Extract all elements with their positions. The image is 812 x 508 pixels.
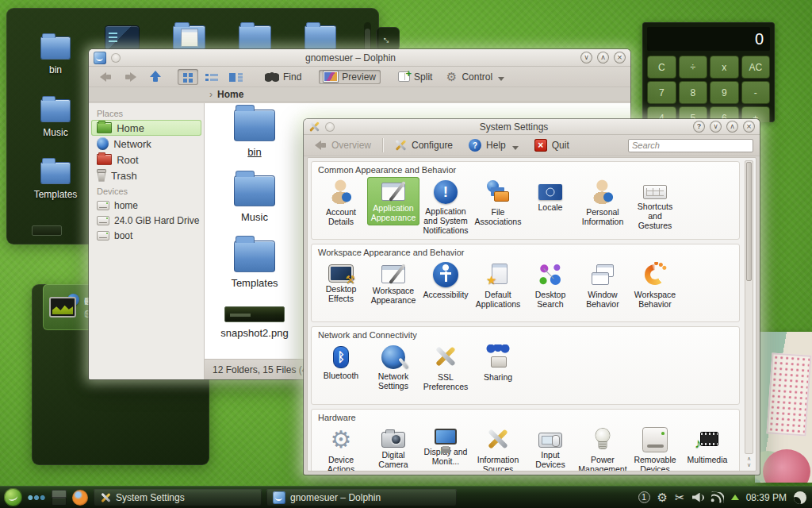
desktop-icon[interactable]: Music xyxy=(25,99,86,138)
file-item[interactable]: snapshot2.png xyxy=(211,306,298,339)
settings-tile[interactable]: Desktop Search xyxy=(524,260,576,312)
network-icon[interactable] xyxy=(710,491,724,503)
settings-tile[interactable]: Account Details xyxy=(315,177,367,229)
details-view-button[interactable] xyxy=(201,69,222,85)
close-button[interactable] xyxy=(614,52,626,64)
settings-tile[interactable]: Shortcuts and Gestures xyxy=(629,177,681,233)
minimize-button[interactable] xyxy=(580,52,592,64)
settings-tile[interactable]: File Associations xyxy=(472,177,524,229)
settings-tile[interactable]: Multimedia xyxy=(681,425,733,468)
calculator-key[interactable]: 9 xyxy=(710,81,739,104)
minimize-button[interactable] xyxy=(710,121,722,133)
clock[interactable]: 08:39 PM xyxy=(746,492,787,503)
settings-tile[interactable]: Network Settings xyxy=(367,342,419,394)
scrollbar-arrows[interactable]: ∧∨ xyxy=(745,456,753,468)
settings-tile[interactable]: Bluetooth xyxy=(315,342,367,383)
settings-tile[interactable]: Sharing xyxy=(472,342,524,385)
back-button[interactable] xyxy=(95,71,117,83)
forward-button[interactable] xyxy=(120,71,141,83)
compact-view-button[interactable] xyxy=(225,69,246,85)
find-button[interactable]: Find xyxy=(260,70,306,84)
klipper-scissors-icon[interactable]: ✂ xyxy=(675,491,685,503)
settings-tile[interactable]: Application Appearance xyxy=(367,177,419,225)
dolphin-titlebar[interactable]: gnomesuer – Dolphin xyxy=(89,49,630,67)
settings-tile[interactable]: Information Sources xyxy=(472,425,524,471)
folder-docs-icon[interactable] xyxy=(173,25,205,50)
places-item[interactable]: Root xyxy=(89,152,204,167)
device-item[interactable]: boot xyxy=(89,228,204,243)
application-launcher-button[interactable] xyxy=(4,488,22,506)
settings-tile[interactable]: Digital Camera xyxy=(367,425,419,471)
settings-tile[interactable]: Device Actions xyxy=(315,425,367,471)
file-item[interactable]: Templates xyxy=(211,241,298,289)
dolphin-app-icon[interactable] xyxy=(94,52,106,64)
task-button[interactable]: gnomesuer – Dolphin xyxy=(266,489,457,506)
settings-tile[interactable]: SSL Preferences xyxy=(419,342,472,394)
titlebar-pin-button[interactable] xyxy=(111,53,121,63)
settings-tile[interactable]: Desktop Effects xyxy=(315,260,367,306)
system-settings-titlebar[interactable]: System Settings xyxy=(304,119,760,135)
settings-tile[interactable]: Display and Monit... xyxy=(419,425,472,469)
folder-view-resize-handle[interactable] xyxy=(376,27,400,51)
settings-tile[interactable]: Default Applications xyxy=(472,260,524,312)
calculator-key[interactable]: - xyxy=(741,81,771,104)
scrollbar[interactable] xyxy=(745,160,753,454)
search-input[interactable] xyxy=(628,139,753,152)
system-settings-app-icon[interactable] xyxy=(308,121,320,133)
folder-icon[interactable] xyxy=(239,25,271,50)
calculator-key[interactable]: 7 xyxy=(647,81,676,104)
settings-tile[interactable]: Input Devices xyxy=(524,425,576,471)
settings-tile[interactable]: Locale xyxy=(524,177,576,215)
tray-expand-icon[interactable] xyxy=(731,495,739,500)
maximize-button[interactable] xyxy=(726,121,738,133)
desktop-icon[interactable]: Templates xyxy=(25,162,86,201)
settings-tile[interactable]: Workspace Behavior xyxy=(629,260,681,312)
icons-view-button[interactable] xyxy=(178,69,198,85)
preview-button[interactable]: Preview xyxy=(319,70,381,84)
configure-button[interactable]: Configure xyxy=(389,137,458,153)
notification-badge[interactable]: 1 xyxy=(638,491,650,503)
settings-tile[interactable]: Personal Information xyxy=(576,177,629,229)
places-item[interactable]: Trash xyxy=(89,167,204,183)
panel-cashew-icon[interactable] xyxy=(794,491,806,504)
firefox-icon[interactable] xyxy=(72,490,88,506)
snapshot-thumbnail-icon[interactable] xyxy=(32,225,62,236)
settings-tile[interactable]: Accessibility xyxy=(419,260,472,302)
folder-icon[interactable] xyxy=(304,25,337,50)
scrollbar-thumb[interactable] xyxy=(746,162,752,281)
task-button[interactable]: System Settings xyxy=(94,489,262,506)
titlebar-pin-button[interactable] xyxy=(325,122,335,132)
calculator-key[interactable]: x xyxy=(710,56,739,79)
settings-tile[interactable]: Removable Devices xyxy=(629,425,681,471)
desktop-pager[interactable] xyxy=(51,490,67,506)
overview-button[interactable]: Overview xyxy=(310,138,376,152)
calculator-key[interactable]: C xyxy=(647,56,676,79)
up-button[interactable] xyxy=(144,69,167,84)
settings-tile[interactable]: Workspace Appearance xyxy=(367,260,419,308)
file-item[interactable]: Music xyxy=(211,175,298,224)
terminal-icon[interactable] xyxy=(105,25,140,51)
calculator-key[interactable]: 8 xyxy=(679,81,708,104)
places-item[interactable]: Network xyxy=(89,136,204,152)
activity-dots-icon[interactable] xyxy=(28,495,45,501)
volume-icon[interactable] xyxy=(692,493,704,502)
quit-button[interactable]: Quit xyxy=(530,137,574,153)
window-help-button[interactable] xyxy=(693,121,705,133)
settings-tile[interactable]: Application and System Notifications xyxy=(419,177,472,238)
file-item[interactable]: bin xyxy=(211,110,298,158)
places-item[interactable]: Home xyxy=(91,120,201,136)
device-item[interactable]: home xyxy=(89,198,204,213)
settings-tray-icon[interactable]: ⚙ xyxy=(657,491,668,503)
desktop-icon[interactable]: bin xyxy=(25,37,86,75)
device-item[interactable]: 24.0 GiB Hard Drive xyxy=(89,213,204,228)
settings-tile[interactable]: Window Behavior xyxy=(576,260,629,312)
close-button[interactable] xyxy=(743,121,755,133)
settings-tile[interactable]: Power Management xyxy=(576,425,629,471)
breadcrumb[interactable]: Home xyxy=(89,87,630,102)
split-button[interactable]: Split xyxy=(393,70,437,84)
help-button[interactable]: Help xyxy=(464,137,523,153)
control-button[interactable]: Control xyxy=(440,69,509,85)
maximize-button[interactable] xyxy=(597,52,609,64)
calculator-key[interactable]: ÷ xyxy=(679,56,708,79)
calculator-key[interactable]: AC xyxy=(741,56,771,79)
